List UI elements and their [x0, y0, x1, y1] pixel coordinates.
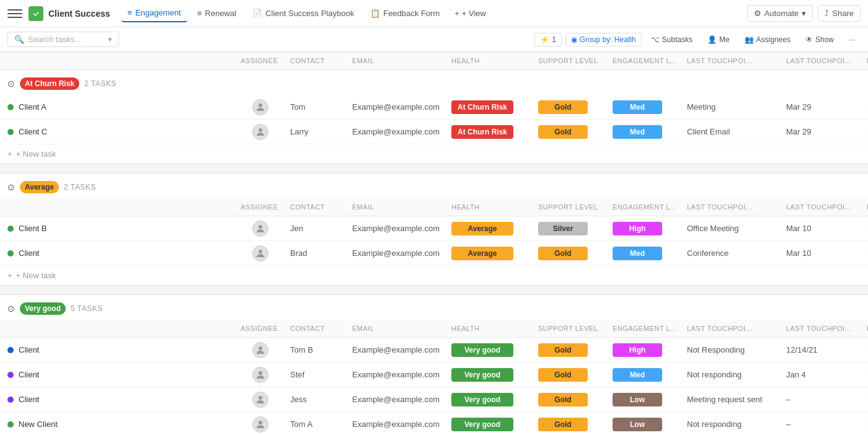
table-row[interactable]: Client Stef Example@example.com Very goo… [0, 362, 868, 387]
health-cell: Very good [446, 364, 533, 385]
last-touchpoint-cell: Client Email [682, 123, 781, 140]
section-average: ⊙ Average 2 TASKS ASSIGNEE CONTACT EMAIL… [0, 174, 868, 285]
col-email: EMAIL [347, 55, 446, 67]
contact-cell: Jen [285, 220, 347, 237]
task-dot [7, 372, 14, 378]
playbook-tab-label: Client Success Playbook [265, 9, 354, 18]
task-dot [7, 250, 14, 257]
section-average-badge: Average [20, 181, 59, 193]
table-row[interactable]: Client Brad Example@example.com Average … [0, 241, 868, 266]
engagement-badge: Med [613, 368, 662, 382]
nav-right-actions: ⚙ Automate ▾ ⤴ Share [747, 5, 861, 22]
engagement-cell: Med [608, 97, 682, 118]
hamburger-menu[interactable] [7, 6, 22, 21]
nps-cell: ★ ★ ★ ★ ★ [862, 220, 868, 237]
avatar [252, 367, 268, 383]
support-badge: Gold [538, 393, 588, 406]
avatar [252, 99, 268, 115]
table-row[interactable]: New Client Tom A Example@example.com Ver… [0, 412, 868, 435]
section-divider-1 [0, 164, 868, 174]
col-support: SUPPORT LEVEL [533, 55, 608, 67]
col-health: HEALTH [446, 55, 533, 67]
tab-renewal[interactable]: ≡ Renewal [191, 5, 242, 22]
tab-engagement[interactable]: ≡ Engagement [122, 4, 187, 22]
new-task-average[interactable]: + + New task [0, 266, 868, 285]
task-name-cell: Client [0, 340, 236, 359]
add-view-button[interactable]: + + View [450, 6, 491, 21]
section-verygood-header: ⊙ Very good 5 TASKS [0, 295, 868, 320]
plus-icon: + [7, 271, 12, 280]
group-by-button[interactable]: ◉ Group by: Health [565, 33, 642, 46]
avatar [252, 392, 268, 408]
support-cell: Gold [533, 389, 608, 410]
show-button[interactable]: 👁 Show [800, 32, 839, 47]
new-task-label: + New task [16, 271, 56, 280]
avatar [252, 342, 268, 358]
table-row[interactable]: Client B Jen Example@example.com Average… [0, 216, 868, 241]
health-cell: At Churn Risk [446, 121, 533, 143]
nps-cell: ★ ★ ★ ★ ★ [862, 416, 868, 433]
tab-playbook[interactable]: 📄 Client Success Playbook [246, 5, 360, 22]
show-label: Show [815, 35, 834, 44]
tab-feedback[interactable]: 📋 Feedback Form [364, 5, 446, 22]
engagement-badge: Low [613, 393, 662, 406]
col-engagement: ENGAGEMENT L... [608, 55, 682, 67]
automate-icon: ⚙ [754, 9, 761, 18]
me-button[interactable]: 👤 Me [702, 32, 735, 47]
subtasks-button[interactable]: ⌥ Subtasks [645, 32, 698, 47]
health-badge: Average [451, 247, 513, 260]
email-cell: Example@example.com [347, 220, 446, 237]
contact-cell: Tom [285, 99, 347, 115]
section-churn-toggle[interactable]: ⊙ [7, 79, 15, 89]
support-cell: Gold [533, 121, 608, 143]
assignees-button[interactable]: 👥 Assignees [739, 32, 796, 47]
assignee-cell [236, 340, 285, 361]
section-churn-count: 2 TASKS [84, 79, 117, 88]
task-name-cell: Client B [0, 219, 236, 238]
health-cell: Very good [446, 389, 533, 410]
support-badge: Gold [538, 368, 588, 382]
search-box[interactable]: 🔍 Search tasks... ▾ [7, 32, 119, 47]
engagement-cell: High [608, 218, 682, 239]
section-verygood-toggle[interactable]: ⊙ [7, 304, 15, 314]
section-average-toggle[interactable]: ⊙ [7, 182, 15, 192]
svg-point-5 [259, 346, 262, 350]
last-touchpoint-cell: Office Meeting [682, 220, 781, 237]
engagement-cell: Low [608, 414, 682, 435]
nps-cell: ★ ★ ★ ★ ★ [862, 99, 868, 116]
last-touchpoint-cell: Conference [682, 245, 781, 261]
table-row[interactable]: Client Jess Example@example.com Very goo… [0, 387, 868, 412]
show-icon: 👁 [805, 35, 813, 44]
health-badge: Average [451, 222, 513, 235]
engagement-badge: High [613, 222, 662, 235]
nps-cell: ★ ★ ★ ★ ★ [862, 341, 868, 359]
more-button[interactable]: ··· [843, 32, 861, 47]
share-button[interactable]: ⤴ Share [818, 5, 861, 22]
task-dot [7, 104, 14, 110]
app-title: Client Success [48, 9, 110, 19]
column-headers: ASSIGNEE CONTACT EMAIL HEALTH SUPPORT LE… [0, 52, 868, 70]
automate-button[interactable]: ⚙ Automate ▾ [747, 5, 813, 22]
section-churn-header: ⊙ At Churn Risk 2 TASKS [0, 70, 868, 95]
task-dot [7, 421, 14, 428]
subtasks-label: Subtasks [662, 35, 693, 44]
table-row[interactable]: Client Tom B Example@example.com Very go… [0, 338, 868, 362]
section-verygood: ⊙ Very good 5 TASKS ASSIGNEE CONTACT EMA… [0, 295, 868, 435]
engagement-badge: High [613, 343, 662, 357]
new-task-churn[interactable]: + + New task [0, 144, 868, 164]
support-cell: Silver [533, 218, 608, 239]
filter-button[interactable]: ⚡ 1 [534, 33, 562, 46]
table-row[interactable]: Client A Tom Example@example.com At Chur… [0, 95, 868, 120]
add-icon: + [454, 9, 459, 18]
email-cell: Example@example.com [347, 366, 446, 383]
email-cell: Example@example.com [347, 341, 446, 358]
nps-cell: ★ ★ ★ ★ ★ [862, 366, 868, 384]
task-name: Client [19, 370, 39, 379]
task-dot [7, 129, 14, 135]
task-name: Client [19, 395, 39, 404]
task-dot [7, 347, 14, 353]
health-badge: At Churn Risk [451, 100, 513, 114]
avatar [252, 221, 268, 237]
email-cell: Example@example.com [347, 99, 446, 115]
table-row[interactable]: Client C Larry Example@example.com At Ch… [0, 120, 868, 144]
